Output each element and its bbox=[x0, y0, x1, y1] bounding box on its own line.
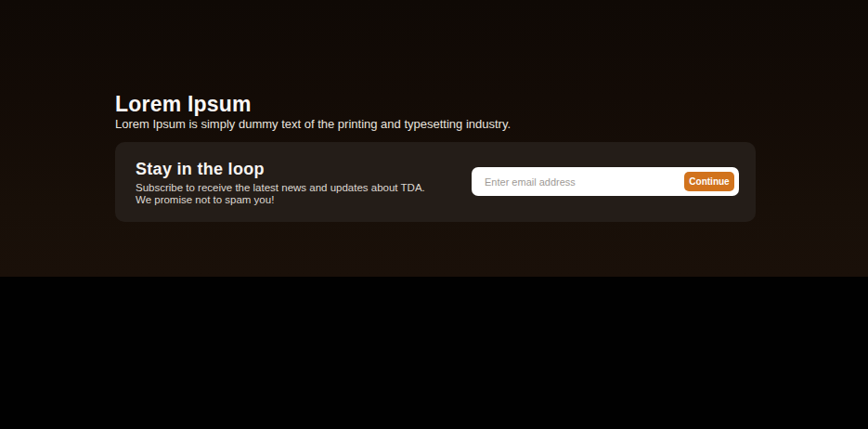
subscribe-description: Subscribe to receive the latest news and… bbox=[136, 182, 425, 206]
email-input[interactable] bbox=[472, 176, 684, 188]
subscribe-heading: Stay in the loop bbox=[136, 160, 265, 179]
hero-section: Lorem Ipsum Lorem Ipsum is simply dummy … bbox=[0, 0, 868, 277]
page: Lorem Ipsum Lorem Ipsum is simply dummy … bbox=[0, 0, 868, 429]
page-subtitle: Lorem Ipsum is simply dummy text of the … bbox=[115, 117, 511, 131]
page-title: Lorem Ipsum bbox=[115, 92, 252, 117]
subscribe-description-line1: Subscribe to receive the latest news and… bbox=[136, 182, 425, 193]
footer: LOGO Lorem Ipsum is simply dummy text of… bbox=[0, 277, 868, 429]
continue-button[interactable]: Continue bbox=[684, 172, 734, 191]
email-subscribe-form: Continue bbox=[472, 167, 739, 196]
subscribe-description-line2: We promise not to spam you! bbox=[136, 194, 274, 205]
subscribe-card: Stay in the loop Subscribe to receive th… bbox=[115, 142, 756, 222]
